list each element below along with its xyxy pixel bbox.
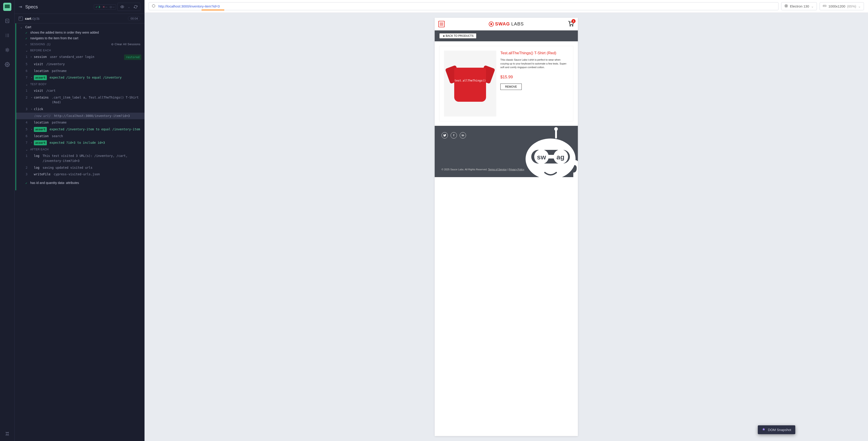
clear-sessions-button[interactable]: ⊘ Clear All Sessions — [111, 42, 141, 46]
browser-toolbar: http://localhost:3000/inventory-item?id=… — [145, 0, 868, 13]
svg-point-10 — [570, 25, 571, 26]
expand-panel-icon[interactable]: ⇥ — [19, 4, 22, 9]
assert-badge: assert — [34, 75, 47, 80]
command-row[interactable]: 1 › session user standard_user login res… — [16, 54, 145, 61]
svg-text:sw: sw — [537, 153, 546, 161]
url-input[interactable]: http://localhost:3000/inventory-item?id=… — [149, 2, 778, 10]
url-host: http://localhost:3000 — [158, 4, 189, 8]
command-row[interactable]: 3 - click — [16, 106, 145, 113]
command-row[interactable]: 1 visit /cart — [16, 88, 145, 94]
back-to-products-button[interactable]: ◄ BACK TO PRODUCTS — [439, 33, 476, 39]
before-each-section[interactable]: ⌄BEFORE EACH — [16, 47, 145, 54]
aut-pane: http://localhost:3000/inventory-item?id=… — [145, 0, 868, 441]
command-row[interactable]: 7 - assert expected ?id=3 to include id=… — [16, 139, 145, 146]
svg-point-1 — [6, 49, 8, 50]
robot-illustration: sw ag — [510, 127, 578, 177]
svg-text:ag: ag — [556, 153, 564, 161]
spec-file-row[interactable]: cart.cy.ts 00:04 — [14, 14, 145, 23]
swag-subheader: ◄ BACK TO PRODUCTS — [435, 30, 578, 41]
view-icon[interactable] — [119, 4, 125, 10]
runs-nav-icon[interactable] — [3, 31, 12, 40]
electron-icon — [784, 4, 788, 9]
command-row[interactable]: 2 - contains .cart_item_label a, Test.al… — [16, 94, 145, 106]
viewport-selector[interactable]: 1000x1200 (65%) ⌄ — [819, 2, 864, 10]
command-row[interactable]: 7 - assert expected /inventory to equal … — [16, 74, 145, 81]
menu-button[interactable] — [438, 21, 445, 27]
selector-playground-icon[interactable] — [152, 4, 156, 9]
suite-row[interactable]: ⌄ Cart — [16, 24, 145, 30]
svg-rect-9 — [823, 5, 826, 7]
debug-nav-icon[interactable] — [3, 45, 12, 55]
chevron-down-icon[interactable]: ⌄ — [128, 5, 130, 9]
test-row[interactable]: ✓ has id and quantity data- attributes — [16, 180, 145, 186]
rerun-icon[interactable] — [132, 4, 139, 10]
product-detail: test.allTheThings() Test.allTheThings() … — [439, 46, 573, 121]
check-icon: ✓ — [25, 37, 28, 40]
product-price: $15.99 — [500, 75, 568, 79]
url-path: /inventory-item?id=3 — [189, 4, 219, 8]
caret-down-icon: ⌄ — [20, 26, 23, 29]
product-title: Test.allTheThings() T-Shirt (Red) — [500, 50, 568, 56]
after-each-section[interactable]: ⌄AFTER EACH — [16, 146, 145, 152]
ban-icon: ⊘ — [111, 42, 114, 46]
assert-badge: assert — [34, 140, 47, 145]
product-image: test.allTheThings() — [444, 50, 496, 116]
svg-point-2 — [7, 64, 8, 65]
spec-header: ⇥ Specs ✓ 3 ✕ -- ⊙ -- ⌄ — [14, 0, 145, 14]
svg-point-3 — [122, 6, 123, 7]
sessions-section[interactable]: › SESSIONS (1) ⊘ Clear All Sessions — [16, 41, 145, 47]
url-change-row[interactable]: (new url) http://localhost:3000/inventor… — [16, 113, 145, 120]
chevron-down-icon: ⌄ — [811, 4, 814, 8]
assert-badge: assert — [34, 127, 47, 132]
check-icon: ✓ — [25, 31, 28, 35]
caret-right-icon: › — [26, 43, 28, 46]
settings-nav-icon[interactable] — [3, 60, 12, 69]
test-row[interactable]: ✓ shows the added items in order they we… — [16, 30, 145, 35]
browser-selector[interactable]: Electron 130 ⌄ — [781, 2, 817, 10]
viewport-wrapper: SWAGLABS 1 ◄ BACK TO PRODUCTS — [145, 13, 868, 441]
chevron-right-icon: › — [30, 55, 33, 60]
command-row[interactable]: 6 location search — [16, 133, 145, 140]
pass-count: 3 — [98, 5, 100, 9]
svg-point-13 — [554, 127, 558, 131]
twitter-icon[interactable] — [441, 132, 448, 138]
test-body-section[interactable]: ⌄TEST BODY — [16, 81, 145, 88]
command-row[interactable]: 6 location pathname — [16, 68, 145, 74]
spec-reporter-panel: ⇥ Specs ✓ 3 ✕ -- ⊙ -- ⌄ — [14, 0, 145, 441]
svg-point-11 — [572, 25, 573, 26]
specs-nav-icon[interactable] — [3, 16, 12, 26]
command-row[interactable]: 5 visit /inventory — [16, 61, 145, 68]
svg-rect-18 — [548, 155, 554, 159]
dom-snapshot-tooltip[interactable]: DOM Snapshot — [758, 425, 795, 434]
chevron-down-icon: ⌄ — [858, 4, 861, 8]
app-under-test: SWAGLABS 1 ◄ BACK TO PRODUCTS — [435, 18, 578, 436]
tos-link[interactable]: Terms of Service — [488, 168, 507, 171]
svg-point-6 — [784, 5, 788, 7]
left-icon-rail — [0, 0, 14, 441]
command-row[interactable]: 5 - assert expected /inventory-item to e… — [16, 126, 145, 133]
command-row[interactable]: 3 writeFile cypress-visited-urls.json — [16, 171, 145, 178]
cart-button[interactable]: 1 — [568, 21, 574, 28]
panel-title: Specs — [25, 4, 38, 9]
file-icon — [19, 16, 23, 21]
fail-count: -- — [105, 5, 107, 9]
product-description: This classic Sauce Labs t-shirt is perfe… — [500, 58, 568, 69]
svg-point-5 — [786, 6, 786, 6]
cypress-logo-icon[interactable] — [3, 3, 11, 11]
remove-button[interactable]: REMOVE — [500, 83, 522, 90]
swag-header: SWAGLABS 1 — [435, 18, 578, 30]
test-row[interactable]: ✓ navigates to the item from the cart — [16, 35, 145, 41]
check-icon: ✓ — [25, 182, 28, 185]
restored-badge: restored — [124, 55, 141, 60]
command-row[interactable]: 2 log saving updated visited urls — [16, 164, 145, 171]
svg-point-4 — [152, 4, 155, 7]
swag-logo-icon — [489, 22, 494, 27]
facebook-icon[interactable]: f — [451, 132, 457, 138]
swag-footer: f in © 2025 Sauce Labs. All Rights Reser… — [435, 126, 578, 177]
pending-count: -- — [113, 5, 115, 9]
command-row[interactable]: 1 log This test visited 3 URL(s): /inven… — [16, 152, 145, 164]
linkedin-icon[interactable]: in — [460, 132, 466, 138]
swag-logo: SWAGLABS — [489, 21, 524, 27]
command-row[interactable]: 4 location pathname — [16, 119, 145, 126]
keyboard-nav-icon[interactable] — [3, 429, 12, 438]
